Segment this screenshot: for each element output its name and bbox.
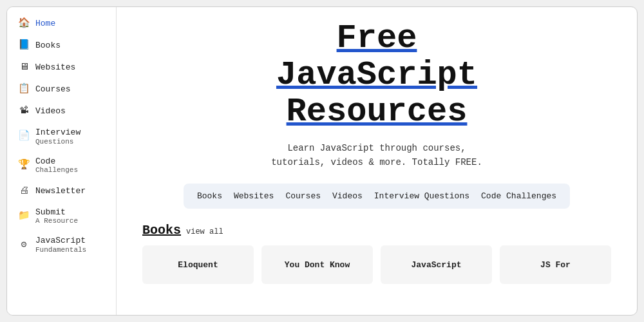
- category-bar-item-courses[interactable]: Courses: [285, 191, 321, 201]
- sidebar-item-newsletter[interactable]: 🖨 Newsletter: [7, 181, 116, 202]
- home-icon: 🏠: [17, 18, 30, 30]
- sidebar-label-js: JavaScript: [35, 236, 86, 246]
- sidebar-sublabel-code: Challenges: [35, 166, 78, 175]
- sidebar-label-home: Home: [35, 19, 55, 29]
- book-card-eloquent[interactable]: Eloquent: [142, 245, 254, 284]
- category-bar: Books Websites Courses Videos Interview …: [184, 184, 570, 209]
- interview-icon: 📄: [17, 131, 30, 142]
- book-card-you-dont-know-title: You Dont Know: [285, 260, 350, 270]
- hero-title: FreeJavaScriptResources: [276, 20, 477, 131]
- sidebar-label-submit: Submit: [35, 207, 78, 218]
- sidebar-item-submit[interactable]: 📁 Submit A Resource: [7, 203, 116, 231]
- book-card-eloquent-title: Eloquent: [178, 260, 218, 270]
- category-bar-item-videos[interactable]: Videos: [332, 191, 363, 201]
- books-row: Eloquent You Dont Know JavaScript JS For: [142, 245, 611, 284]
- videos-icon: 📽: [17, 106, 30, 117]
- book-card-javascript-title: JavaScript: [411, 260, 461, 270]
- book-card-js-for-title: JS For: [540, 260, 571, 270]
- category-bar-item-code[interactable]: Code Challenges: [481, 191, 556, 201]
- books-icon: 📘: [17, 40, 30, 52]
- sidebar-label-courses: Courses: [35, 84, 71, 95]
- sidebar-label-code: Code: [35, 156, 78, 167]
- books-view-all[interactable]: view all: [186, 227, 223, 236]
- sidebar-item-videos[interactable]: 📽 Videos: [7, 101, 116, 122]
- sidebar-sublabel-js: Fundamentals: [35, 246, 86, 254]
- sidebar-item-websites[interactable]: 🖥 Websites: [7, 57, 116, 78]
- sidebar-item-code[interactable]: 🏆 Code Challenges: [7, 152, 116, 180]
- courses-icon: 📋: [17, 84, 30, 95]
- book-card-javascript[interactable]: JavaScript: [381, 245, 492, 284]
- sidebar-item-js[interactable]: ⚙ JavaScript Fundamentals: [7, 231, 116, 259]
- sidebar-sublabel-interview: Questions: [35, 138, 80, 146]
- sidebar-item-courses[interactable]: 📋 Courses: [7, 79, 116, 100]
- sidebar-label-newsletter: Newsletter: [35, 186, 86, 196]
- sidebar-label-books: Books: [35, 41, 61, 51]
- sidebar: 🏠 Home 📘 Books 🖥 Websites 📋 Courses 📽: [7, 7, 117, 315]
- websites-icon: 🖥: [17, 62, 30, 73]
- sidebar-label-videos: Videos: [35, 106, 66, 117]
- sidebar-item-home[interactable]: 🏠 Home: [7, 14, 116, 34]
- category-bar-item-interview[interactable]: Interview Questions: [374, 191, 469, 201]
- app-container: 🏠 Home 📘 Books 🖥 Websites 📋 Courses 📽: [6, 6, 638, 316]
- books-section-title: Books: [142, 223, 181, 238]
- sidebar-sublabel-submit: A Resource: [35, 217, 78, 225]
- sidebar-item-books[interactable]: 📘 Books: [7, 35, 116, 56]
- hero-subtitle: Learn JavaScript through courses, tutori…: [261, 141, 493, 170]
- sidebar-item-interview[interactable]: 📄 Interview Questions: [7, 123, 116, 151]
- book-card-js-for[interactable]: JS For: [500, 245, 611, 284]
- sidebar-label-websites: Websites: [35, 62, 75, 73]
- main-content: FreeJavaScriptResources Learn JavaScript…: [117, 7, 637, 315]
- books-section-header: Books view all: [142, 223, 223, 238]
- category-bar-item-websites[interactable]: Websites: [234, 191, 274, 201]
- js-icon: ⚙: [17, 240, 30, 251]
- sidebar-label-interview: Interview: [35, 128, 80, 138]
- submit-icon: 📁: [17, 211, 30, 222]
- book-card-you-dont-know[interactable]: You Dont Know: [261, 245, 373, 284]
- newsletter-icon: 🖨: [17, 185, 30, 197]
- code-icon: 🏆: [17, 160, 30, 171]
- category-bar-item-books[interactable]: Books: [197, 191, 222, 201]
